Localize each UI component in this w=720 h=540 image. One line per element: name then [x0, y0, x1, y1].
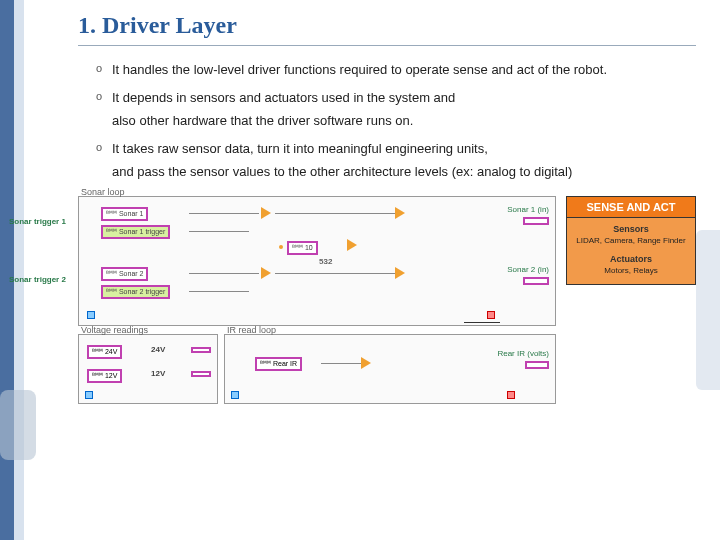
bullet-3: It takes raw sensor data, turn it into m… — [96, 139, 696, 182]
vi-tri-icon — [261, 207, 271, 219]
node-sonar1: ᴮᴹᴹ Sonar 1 — [101, 207, 148, 221]
lbl-12v: 12V — [151, 369, 165, 378]
wire — [189, 213, 259, 214]
bullet-2: It depends in sensors and actuators used… — [96, 88, 696, 131]
bullet-1: It handles the low-level driver function… — [96, 60, 696, 80]
node-12v: ᴮᴹᴹ 12V — [87, 369, 122, 383]
slide-title: 1. Driver Layer — [78, 12, 696, 46]
node-sonar1-trig: ᴮᴹᴹ Sonar 1 trigger — [101, 225, 170, 239]
iter-icon — [231, 391, 239, 399]
stop-icon — [507, 391, 515, 399]
bullet-list: It handles the low-level driver function… — [96, 60, 696, 182]
labview-diagrams: Sonar loop Sonar trigger 1 Sonar trigger… — [78, 196, 556, 404]
voltage-block: Voltage readings ᴮᴹᴹ 24V 24V ᴮᴹᴹ 12V 12V — [78, 334, 218, 404]
sig-sonar-trigger-2: Sonar trigger 2 — [9, 275, 66, 284]
indicator-box — [191, 347, 211, 353]
actuators-title: Actuators — [571, 254, 691, 264]
bullet-3-text: It takes raw sensor data, turn it into m… — [112, 141, 488, 156]
wire — [189, 231, 249, 232]
vi-tri-icon — [361, 357, 371, 369]
figure-row: Sonar loop Sonar trigger 1 Sonar trigger… — [78, 196, 696, 404]
vi-tri-icon — [347, 239, 357, 251]
junction-dot — [279, 245, 283, 249]
vi-tri-icon — [395, 207, 405, 219]
bottom-diagram-row: Voltage readings ᴮᴹᴹ 24V 24V ᴮᴹᴹ 12V 12V… — [78, 334, 556, 404]
iter-icon — [87, 311, 95, 319]
node-mid: ᴮᴹᴹ 10 — [287, 241, 318, 255]
indicator-box — [523, 277, 549, 285]
vi-tri-icon — [395, 267, 405, 279]
puzzle-decor — [0, 390, 36, 460]
node-rear-ir: ᴮᴹᴹ Rear IR — [255, 357, 302, 371]
actuators-items: Motors, Relays — [571, 266, 691, 276]
sonar-label: Sonar loop — [81, 187, 125, 197]
node-sonar2-trig: ᴮᴹᴹ Sonar 2 trigger — [101, 285, 170, 299]
connector-line — [464, 322, 500, 323]
bullet-3-cont: and pass the sensor values to the other … — [112, 162, 696, 182]
wire — [275, 213, 395, 214]
sonar-loop-block: Sonar loop Sonar trigger 1 Sonar trigger… — [78, 196, 556, 326]
node-24v: ᴮᴹᴹ 24V — [87, 345, 122, 359]
sense-header: SENSE AND ACT — [566, 196, 696, 218]
sense-act-panel: SENSE AND ACT Sensors LIDAR, Camera, Ran… — [566, 196, 696, 286]
iter-icon — [85, 391, 93, 399]
ir-block: IR read loop ᴮᴹᴹ Rear IR Rear IR (volts) — [224, 334, 556, 404]
sensors-title: Sensors — [571, 224, 691, 234]
node-sonar2: ᴮᴹᴹ Sonar 2 — [101, 267, 148, 281]
vi-tri-icon — [261, 267, 271, 279]
bullet-2-cont: also other hardware that the driver soft… — [112, 111, 696, 131]
sig-sonar-trigger-1: Sonar trigger 1 — [9, 217, 66, 226]
stop-icon — [487, 311, 495, 319]
ir-out: Rear IR (volts) — [497, 349, 549, 358]
tag-532: 532 — [319, 257, 332, 266]
lbl-24v: 24V — [151, 345, 165, 354]
volt-label: Voltage readings — [81, 325, 148, 335]
indicator-box — [191, 371, 211, 377]
wire — [275, 273, 395, 274]
slide-content: 1. Driver Layer It handles the low-level… — [78, 12, 696, 404]
wire — [321, 363, 361, 364]
right-decor — [696, 230, 720, 390]
out-sonar2: Sonar 2 (in) — [507, 265, 549, 274]
bullet-2-text: It depends in sensors and actuators used… — [112, 90, 455, 105]
indicator-box — [523, 217, 549, 225]
wire — [189, 291, 249, 292]
sensors-items: LIDAR, Camera, Range Finder — [571, 236, 691, 246]
bullet-1-text: It handles the low-level driver function… — [112, 62, 607, 77]
indicator-box — [525, 361, 549, 369]
out-sonar1: Sonar 1 (in) — [507, 205, 549, 214]
sense-body: Sensors LIDAR, Camera, Range Finder Actu… — [566, 218, 696, 286]
ir-label: IR read loop — [227, 325, 276, 335]
wire — [189, 273, 259, 274]
